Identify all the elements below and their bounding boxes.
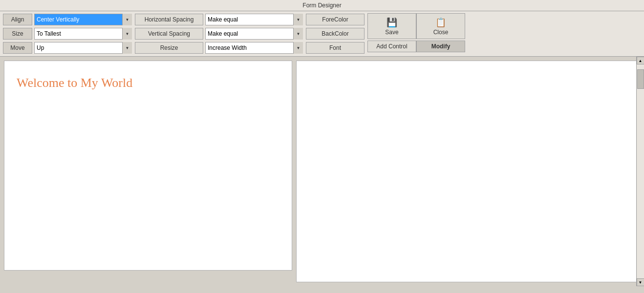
h-spacing-button[interactable]: Horizontal Spacing <box>135 14 203 25</box>
scroll-thumb[interactable] <box>637 69 644 89</box>
save-button[interactable]: 💾 Save <box>367 13 416 39</box>
align-select[interactable]: Center Vertically Left Right Top Bottom … <box>34 14 132 25</box>
right-controls: ForeColor BackColor Font <box>306 13 365 54</box>
close-button[interactable]: 📋 Close <box>416 13 465 39</box>
add-modify-group: Add Control Modify <box>367 41 465 52</box>
backcolor-row: BackColor <box>306 27 365 40</box>
close-label: Close <box>433 29 449 36</box>
size-select[interactable]: To Tallest To Shortest To Widest To Narr… <box>34 28 132 40</box>
scroll-track <box>637 64 644 278</box>
save-label: Save <box>385 29 398 36</box>
add-control-button[interactable]: Add Control <box>367 41 416 52</box>
right-canvas <box>296 61 640 282</box>
modify-button[interactable]: Modify <box>416 41 465 52</box>
resize-select[interactable]: Increase Width Decrease Width Increase H… <box>205 42 303 54</box>
h-spacing-select[interactable]: Make equal Increase Decrease Remove <box>205 14 303 25</box>
canvas-area: Welcome to My World ▲ ▼ <box>0 57 644 286</box>
left-controls: Align Center Vertically Left Right Top B… <box>3 13 132 54</box>
v-spacing-row: Vertical Spacing Make equal Increase Dec… <box>135 27 303 40</box>
title-bar: Form Designer <box>0 0 644 11</box>
window-title: Form Designer <box>302 2 341 9</box>
save-close-group: 💾 Save 📋 Close <box>367 13 465 39</box>
move-row: Move Up Down Left Right ▼ <box>3 42 132 54</box>
forecolor-row: ForeColor <box>306 13 365 26</box>
toolbar-container: Align Center Vertically Left Right Top B… <box>0 11 644 57</box>
v-spacing-select[interactable]: Make equal Increase Decrease Remove <box>205 28 303 40</box>
forecolor-button[interactable]: ForeColor <box>306 14 365 25</box>
save-icon: 💾 <box>386 17 397 28</box>
action-buttons: 💾 Save 📋 Close Add Control Modify <box>367 13 465 52</box>
font-row: Font <box>306 42 365 54</box>
move-select[interactable]: Up Down Left Right <box>34 42 132 54</box>
scrollbar[interactable]: ▲ ▼ <box>636 57 644 286</box>
close-icon: 📋 <box>435 17 446 28</box>
backcolor-button[interactable]: BackColor <box>306 28 365 40</box>
scroll-up-arrow[interactable]: ▲ <box>637 57 644 64</box>
h-spacing-row: Horizontal Spacing Make equal Increase D… <box>135 13 303 26</box>
align-label: Align <box>3 14 32 25</box>
resize-row: Resize Increase Width Decrease Width Inc… <box>135 42 303 54</box>
resize-button[interactable]: Resize <box>135 42 203 54</box>
v-spacing-button[interactable]: Vertical Spacing <box>135 28 203 40</box>
align-row: Align Center Vertically Left Right Top B… <box>3 13 132 26</box>
form-canvas: Welcome to My World <box>4 61 292 271</box>
scroll-down-arrow[interactable]: ▼ <box>637 278 644 286</box>
move-label: Move <box>3 42 32 54</box>
size-row: Size To Tallest To Shortest To Widest To… <box>3 27 132 40</box>
middle-controls: Horizontal Spacing Make equal Increase D… <box>135 13 303 54</box>
size-label: Size <box>3 28 32 40</box>
font-button[interactable]: Font <box>306 42 365 54</box>
welcome-text: Welcome to My World <box>17 76 132 90</box>
